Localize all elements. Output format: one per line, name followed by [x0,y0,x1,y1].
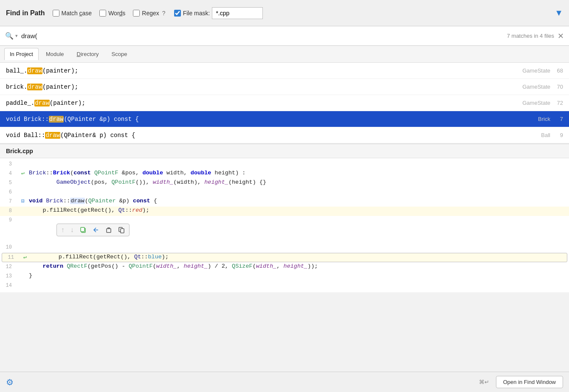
line-number: 11 [2,254,19,260]
line-content: ↑ ↓ [29,216,569,243]
line-content: Brick::Brick(const QPointF &pos, double … [29,170,569,176]
result-code: brick.draw(painter); [6,84,515,90]
duplicate-button[interactable] [116,226,127,234]
bottom-bar: ⚙ ⌘↵ Open in Find Window [0,372,569,392]
line-number: 4 [0,170,17,176]
line-number: 8 [0,207,17,214]
table-row[interactable]: paddle_.draw(painter); GameState 72 [0,95,569,111]
line-number: 3 [0,160,17,167]
result-line: 7 [553,116,563,122]
file-mask-input[interactable] [212,7,263,19]
code-line: 4 ↩ Brick::Brick(const QPointF &pos, dou… [0,169,569,179]
result-file: Ball [541,132,550,138]
code-line: 6 [0,188,569,197]
search-dropdown-arrow[interactable]: ▾ [15,33,18,39]
line-content: void Brick::draw(QPainter &p) const { [29,198,569,204]
code-line: 11 ↩ p.fillRect(getRect(), Qt::blue); [2,253,567,262]
match-case-checkbox[interactable] [53,10,59,17]
table-row[interactable]: void Brick::draw(QPainter &p) const { Br… [0,111,569,127]
move-down-button[interactable]: ↓ [69,225,76,235]
clear-search-button[interactable]: ✕ [558,32,564,40]
code-line: 14 [0,281,569,291]
search-bar: 🔍 ▾ 7 matches in 4 files ✕ [0,26,569,46]
code-line: 12 return QRectF(getPos() - QPointF(widt… [0,263,569,272]
line-number: 10 [0,244,17,250]
line-content: p.fillRect(getRect(), Qt::blue); [31,254,567,260]
line-number: 6 [0,188,17,195]
search-icon: 🔍 [5,32,14,40]
result-line: 70 [553,84,563,90]
code-body: 3 4 ↩ Brick::Brick(const QPointF &pos, d… [0,158,569,292]
tab-scope[interactable]: Scope [106,48,133,60]
find-in-path-toolbar: Find in Path Match case Words Regex ? Fi… [0,0,569,26]
copy-button[interactable] [78,226,88,234]
regex-checkbox[interactable] [133,10,140,17]
result-line: 68 [553,67,563,74]
tab-in-project[interactable]: In Project [4,48,39,60]
regex-option[interactable]: Regex ? [133,10,166,17]
line-gutter: ⊡ [17,198,29,204]
words-label: Words [108,10,125,17]
code-line: 9 ↑ ↓ [0,216,569,243]
filter-icon[interactable]: ▼ [555,8,563,18]
move-up-button[interactable]: ↑ [59,225,66,235]
result-file: GameState [522,84,550,90]
line-number: 7 [0,198,17,204]
line-number: 13 [0,272,17,279]
table-row[interactable]: void Ball::draw(QPainter& p) const { Bal… [0,127,569,143]
line-number: 14 [0,282,17,288]
words-checkbox[interactable] [99,10,106,17]
code-line: 3 [0,160,569,169]
code-filename: Brick.cpp [0,144,569,158]
line-gutter: ↩ [19,254,31,261]
file-mask-label: File mask: [183,10,210,17]
result-file: GameState [522,100,550,106]
line-number: 9 [0,216,17,223]
code-section: Brick.cpp 3 4 ↩ Brick::Brick(const QPoin… [0,143,569,292]
table-row[interactable]: ball_.draw(painter); GameState 68 [0,63,569,79]
regex-help-button[interactable]: ? [161,10,166,17]
search-input[interactable] [21,32,504,39]
paste-button[interactable] [104,226,114,234]
regex-label: Regex [142,10,159,17]
line-content: p.fillRect(getRect(), Qt::red); [29,207,569,213]
table-row[interactable]: brick.draw(painter); GameState 70 [0,79,569,95]
results-list: ball_.draw(painter); GameState 68 brick.… [0,63,569,143]
toolbar-title: Find in Path [6,9,45,17]
code-line: 10 [0,243,569,252]
line-gutter: ↩ [17,170,29,177]
shortcut-hint: ⌘↵ [479,379,489,385]
result-code: void Ball::draw(QPainter& p) const { [6,132,534,139]
tab-module[interactable]: Module [40,48,70,60]
svg-rect-1 [81,227,85,232]
match-count: 7 matches in 4 files [507,33,554,39]
diff-button[interactable] [91,226,101,234]
file-mask-checkbox[interactable] [174,10,181,17]
result-file: Brick [538,116,550,122]
tab-directory[interactable]: Directory [71,48,104,60]
file-mask-option[interactable]: File mask: [174,7,263,19]
words-option[interactable]: Words [99,10,125,17]
code-line: 13 } [0,272,569,281]
line-content: GameObject(pos, QPointF()), width_(width… [29,179,569,185]
line-number: 5 [0,179,17,186]
result-line: 72 [553,100,563,106]
code-line: 8 p.fillRect(getRect(), Qt::red); [0,207,569,216]
result-line: 9 [553,132,563,138]
open-find-window-button[interactable]: Open in Find Window [496,376,563,388]
result-code: paddle_.draw(painter); [6,100,515,106]
settings-icon[interactable]: ⚙ [6,377,14,387]
search-icon-wrap: 🔍 ▾ [5,32,18,40]
svg-rect-2 [107,229,111,232]
line-content: return QRectF(getPos() - QPointF(width_,… [29,263,569,269]
svg-rect-4 [121,229,124,233]
code-line: 7 ⊡ void Brick::draw(QPainter &p) const … [0,197,569,207]
match-case-option[interactable]: Match case [53,10,92,17]
line-number: 12 [0,263,17,270]
line-content: } [29,272,569,279]
tabs-bar: In Project Module Directory Scope [0,46,569,63]
result-code: ball_.draw(painter); [6,67,515,74]
result-file: GameState [522,67,550,74]
code-line: 5 GameObject(pos, QPointF()), width_(wid… [0,179,569,188]
match-case-label: Match case [62,10,92,17]
